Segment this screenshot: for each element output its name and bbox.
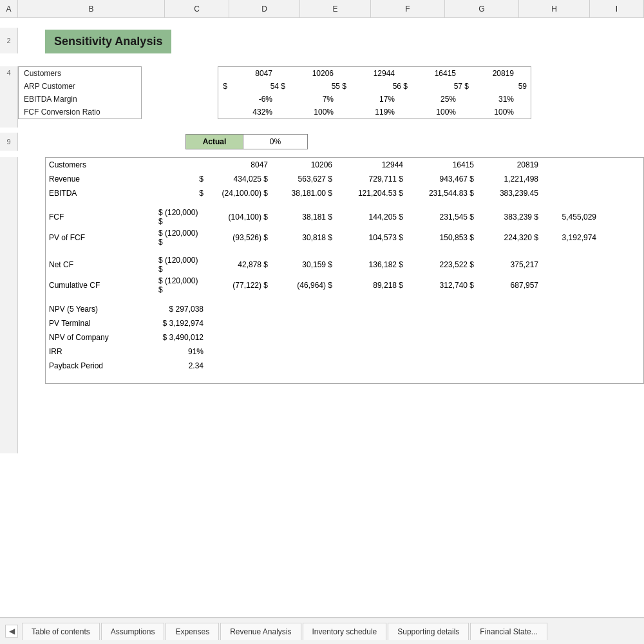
dt-f-pvfcf: 104,573 $: [336, 232, 406, 243]
dt-c-ebitda: $: [155, 187, 207, 199]
mv-c3-4: 31%: [460, 93, 518, 106]
dt-row-npv5: NPV (5 Years) $ 297,038: [46, 302, 643, 316]
mv-dollar-arp: $: [218, 80, 231, 93]
dt-row-ebitda: EBITDA $ (24,100.00) $ 38,181.00 $ 121,2…: [46, 186, 643, 200]
dt-f-cumcf: 89,218 $: [336, 279, 406, 291]
dt-f-pvterm: [336, 322, 406, 325]
dt-c-cumcf: $ (120,000) $: [155, 275, 207, 296]
dt-d-netcf: 42,878 $: [207, 259, 271, 270]
dt-g-payback: [406, 365, 477, 367]
dt-g-npvco: [406, 336, 477, 339]
dt-e-revenue: 563,627 $: [271, 173, 336, 185]
dt-e-npvco: [271, 336, 336, 339]
dt-label-netcf: Net CF: [46, 259, 155, 270]
tab-revenue-analysis[interactable]: Revenue Analysis: [220, 623, 301, 640]
dt-g-pvfcf: 150,853 $: [406, 232, 477, 243]
metric-label-fcf: FCF Conversion Ratio: [19, 106, 141, 118]
tab-financial-state[interactable]: Financial State...: [470, 623, 547, 640]
dt-label-irr: IRR: [46, 346, 155, 357]
dt-g-irr: [406, 350, 477, 353]
dt-e-pvfcf: 30,818 $: [271, 232, 336, 243]
dt-i-netcf: [542, 263, 600, 266]
dt-e-payback: [271, 365, 336, 367]
col-header-b: B: [18, 0, 165, 17]
row-num-title: 2: [0, 28, 18, 53]
dt-c-revenue: $: [155, 173, 207, 185]
dt-i-ebitda: [542, 192, 600, 194]
dt-d-customers: 8047: [207, 159, 271, 171]
dt-d-npv5: [207, 308, 271, 310]
col-header-a: A: [0, 0, 18, 17]
dt-g-ebitda: 231,544.83 $: [406, 187, 477, 199]
metrics-row-customers: 8047 10206 12944 16415 20819: [218, 67, 531, 80]
mv-c4-3: 100%: [399, 106, 460, 118]
dt-f-fcf: 144,205 $: [336, 211, 406, 223]
tab-inventory-schedule[interactable]: Inventory schedule: [303, 623, 387, 640]
dt-label-pvterm: PV Terminal: [46, 317, 155, 329]
dt-g-pvterm: [406, 322, 477, 325]
tab-expenses[interactable]: Expenses: [166, 623, 219, 640]
mv-c1-1: 10206: [276, 67, 337, 80]
dt-spacer-1: [46, 200, 643, 207]
dt-h-payback: [477, 365, 542, 367]
tab-table-of-contents[interactable]: Table of contents: [22, 623, 100, 640]
dt-h-npv5: [477, 308, 542, 310]
dt-label-cumcf: Cumulative CF: [46, 279, 155, 291]
mv-c4-2: 119%: [337, 106, 399, 118]
row-nums-data: [0, 157, 18, 453]
dt-c-npvco: $ 3,490,012: [155, 332, 207, 343]
tab-nav-left[interactable]: ◀: [5, 625, 18, 638]
dt-c-npv5: $ 297,038: [155, 303, 207, 315]
dt-c-pvfcf: $ (120,000) $: [155, 227, 207, 248]
dt-d-fcf: (104,100) $: [207, 211, 271, 223]
dt-label-npv5: NPV (5 Years): [46, 303, 155, 315]
dt-d-irr: [207, 350, 271, 353]
dt-e-irr: [271, 350, 336, 353]
mv-c1-3: 16415: [399, 67, 460, 80]
dt-row-revenue: Revenue $ 434,025 $ 563,627 $ 729,711 $ …: [46, 172, 643, 186]
mv-c4-0: 432%: [218, 106, 276, 118]
col-header-c: C: [165, 0, 229, 17]
col-header-h: H: [519, 0, 590, 17]
dt-i-npvco: [542, 336, 600, 339]
dt-c-irr: 91%: [155, 346, 207, 357]
dt-i-cumcf: [542, 284, 600, 287]
mv-c3-3: 25%: [399, 93, 460, 106]
dt-i-customers: [542, 164, 600, 166]
col-header-i: I: [590, 0, 644, 17]
col-header-d: D: [229, 0, 300, 17]
metrics-row-ebitda: -6% 7% 17% 25% 31%: [218, 93, 531, 106]
dt-g-fcf: 231,545 $: [406, 211, 477, 223]
dt-row-irr: IRR 91%: [46, 345, 643, 359]
dt-f-customers: 12944: [336, 159, 406, 171]
metric-label-ebitda: EBITDA Margin: [19, 93, 141, 106]
dt-d-cumcf: (77,122) $: [207, 279, 271, 291]
mv-c1-4: 20819: [460, 67, 518, 80]
tab-assumptions[interactable]: Assumptions: [101, 623, 165, 640]
dt-g-customers: 16415: [406, 159, 477, 171]
spreadsheet-area: 2 Sensitivity Analysis 4 Customers ARP C…: [0, 18, 644, 617]
dt-label-npvco: NPV of Company: [46, 332, 155, 343]
dt-label-customers: Customers: [46, 159, 155, 171]
metric-label-customers: Customers: [19, 67, 141, 80]
dt-label-revenue: Revenue: [46, 173, 155, 185]
dt-row-customers: Customers 8047 10206 12944 16415 20819: [46, 158, 643, 172]
dt-row-fcf: FCF $ (120,000) $ (104,100) $ 38,181 $ 1…: [46, 207, 643, 227]
dt-row-payback: Payback Period 2.34: [46, 359, 643, 373]
dt-label-payback: Payback Period: [46, 360, 155, 372]
dt-e-ebitda: 38,181.00 $: [271, 187, 336, 199]
dt-row-npvco: NPV of Company $ 3,490,012: [46, 330, 643, 345]
dt-f-ebitda: 121,204.53 $: [336, 187, 406, 199]
page-title: Sensitivity Analysis: [45, 30, 171, 53]
dt-spacer-2: [46, 248, 643, 254]
dt-spacer-3: [46, 296, 643, 302]
tab-supporting-details[interactable]: Supporting details: [388, 623, 469, 640]
mv-c1-0: 8047: [218, 67, 276, 80]
dt-row-netcf: Net CF $ (120,000) $ 42,878 $ 30,159 $ 1…: [46, 254, 643, 275]
mv-c2-0: 54 $: [231, 80, 289, 93]
dt-g-revenue: 943,467 $: [406, 173, 477, 185]
mv-c1-2: 12944: [337, 67, 399, 80]
dt-bottom-pad: [46, 373, 643, 383]
dt-d-npvco: [207, 336, 271, 339]
dt-c-netcf: $ (120,000) $: [155, 254, 207, 275]
